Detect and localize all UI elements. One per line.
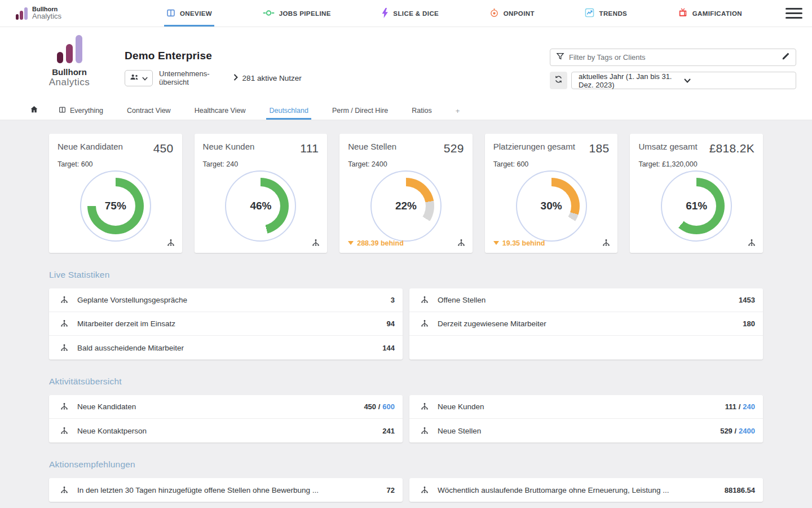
section-title-aktivitaetsuebersicht: Aktivitätsübersicht	[49, 376, 763, 387]
dashboard-header: Bullhorn Analytics Demo Enterprise Unter…	[0, 27, 812, 102]
card-value: 111	[300, 142, 319, 155]
card-value: 529	[444, 142, 464, 155]
kpi-card-umsatz[interactable]: Umsatz gesamt £818.2K Target: £1,320,000…	[630, 134, 763, 253]
nav-item-slice-dice[interactable]: SLICE & DICE	[381, 0, 439, 27]
stat-row-bald-ausscheidende[interactable]: Bald ausscheidende Mitarbeiter 144	[49, 336, 403, 360]
active-users-link[interactable]: 281 aktive Nutzer	[233, 74, 302, 82]
drill-down-icon[interactable]	[602, 238, 611, 248]
drill-down-icon[interactable]	[60, 343, 69, 353]
scope-label: Unternehmens- übersicht	[159, 69, 210, 86]
nav-item-onpoint[interactable]: ONPOINT	[489, 0, 535, 27]
card-value: £818.2K	[709, 142, 754, 155]
bullhorn-logo-icon	[16, 7, 28, 20]
stat-row-neue-kontaktperson[interactable]: Neue Kontaktperson 241	[49, 419, 403, 443]
drill-down-icon[interactable]	[60, 402, 69, 411]
stat-row-neue-kunden[interactable]: Neue Kunden 111 / 240	[409, 395, 763, 419]
card-target: Target: 600	[493, 160, 610, 168]
home-tab[interactable]	[21, 102, 47, 120]
oneview-icon	[166, 8, 175, 19]
progress-gauge: 75%	[80, 170, 151, 242]
drill-down-icon[interactable]	[60, 319, 69, 329]
target-value: 240	[743, 402, 755, 411]
drill-down-icon[interactable]	[420, 319, 429, 329]
tab-healthcare-view[interactable]: Healthcare View	[183, 102, 258, 120]
progress-gauge: 61%	[661, 170, 732, 242]
tab-perm-direct-hire[interactable]: Perm / Direct Hire	[320, 102, 400, 120]
trend-chart-icon	[585, 8, 594, 19]
gauge-percent: 30%	[532, 186, 571, 226]
page-title: Demo Enterprise	[125, 50, 302, 62]
drill-down-icon[interactable]	[420, 402, 429, 411]
drill-down-icon[interactable]	[60, 295, 69, 305]
pencil-icon[interactable]	[782, 52, 790, 63]
nav-items: ONEVIEW JOBS PIPELINE SLICE & DICE ONPOI…	[113, 0, 776, 27]
kpi-card-neue-stellen[interactable]: Neue Stellen 529 Target: 2400 22% 288.39…	[339, 134, 473, 253]
card-target: Target: £1,320,000	[638, 160, 754, 168]
period-select[interactable]: aktuelles Jahr (1. Jan bis 31. Dez. 2023…	[571, 72, 796, 89]
drill-down-icon[interactable]	[60, 485, 69, 495]
section-title-aktionsempfehlungen: Aktionsempfehlungen	[49, 459, 763, 470]
filter-input[interactable]	[569, 53, 777, 62]
kpi-card-platzierungen[interactable]: Platzierungen gesamt 185 Target: 600 30%…	[485, 134, 618, 253]
card-target: Target: 240	[203, 160, 319, 168]
brand-sub: Analytics	[32, 12, 61, 20]
kpi-cards-row: Neue Kandidaten 450 Target: 600 75% Neue…	[49, 134, 763, 253]
kpi-card-neue-kunden[interactable]: Neue Kunden 111 Target: 240 46%	[195, 134, 328, 253]
stat-row-neue-stellen[interactable]: Neue Stellen 529 / 2400	[409, 419, 763, 443]
section-title-live-statistiken: Live Statistiken	[49, 270, 763, 280]
stat-row-mitarbeiter-im-einsatz[interactable]: Mitarbeiter derzeit im Einsatz 94	[49, 312, 403, 336]
kpi-card-neue-kandidaten[interactable]: Neue Kandidaten 450 Target: 600 75%	[49, 134, 182, 253]
actions-right-panel: Wöchentlich auslaufende Bruttomarge ohne…	[409, 478, 763, 502]
stat-row-offene-stellen[interactable]: Offene Stellen 1453	[409, 288, 763, 312]
stat-row-auslaufende-bruttomarge[interactable]: Wöchentlich auslaufende Bruttomarge ohne…	[409, 478, 763, 502]
stat-row-derzeit-zugewiesene[interactable]: Derzeit zugewiesene Mitarbeiter 180	[409, 312, 763, 336]
card-title: Neue Stellen	[348, 142, 396, 151]
progress-gauge: 46%	[225, 170, 296, 242]
bar-chart-logo-icon	[44, 34, 95, 63]
tab-contract-view[interactable]: Contract View	[115, 102, 183, 120]
drill-down-icon[interactable]	[747, 238, 756, 248]
drill-down-icon[interactable]	[420, 426, 429, 436]
drill-down-icon[interactable]	[420, 295, 429, 305]
card-title: Neue Kunden	[203, 142, 255, 151]
card-title: Neue Kandidaten	[58, 142, 123, 151]
drill-down-icon[interactable]	[166, 238, 175, 248]
nav-item-gamification[interactable]: GAMIFICATION	[678, 0, 742, 27]
refresh-button[interactable]	[550, 72, 567, 89]
drill-down-icon[interactable]	[60, 426, 69, 436]
triangle-down-icon	[493, 241, 499, 245]
tv-icon	[678, 8, 688, 19]
drill-down-icon[interactable]	[457, 238, 466, 248]
menu-icon[interactable]	[776, 0, 812, 27]
drill-down-icon[interactable]	[311, 238, 320, 248]
lightning-icon	[381, 8, 389, 19]
target-value: 600	[382, 402, 395, 411]
live-stats-left-panel: Geplante Vorstellungsgespräche 3 Mitarbe…	[49, 288, 403, 360]
nav-item-oneview[interactable]: ONEVIEW	[166, 0, 212, 27]
drill-down-icon[interactable]	[420, 485, 429, 495]
nav-item-jobs-pipeline[interactable]: JOBS PIPELINE	[263, 0, 331, 27]
gauge-percent: 46%	[241, 186, 280, 226]
scope-dropdown-button[interactable]	[125, 70, 153, 86]
pipeline-icon	[263, 9, 275, 18]
progress-gauge: 30%	[516, 170, 587, 242]
tab-ratios[interactable]: Ratios	[400, 102, 443, 120]
chevron-right-icon	[233, 74, 238, 82]
app-brand[interactable]: Bullhorn Analytics	[0, 0, 113, 27]
tab-everything[interactable]: Everything	[47, 102, 115, 120]
activity-left-panel: Neue Kandidaten 450 / 600 Neue Kontaktpe…	[49, 395, 403, 443]
bullhorn-analytics-logo: Bullhorn Analytics	[44, 34, 95, 88]
people-icon	[130, 73, 139, 83]
progress-gauge: 22%	[370, 170, 442, 242]
stat-row-neue-kandidaten[interactable]: Neue Kandidaten 450 / 600	[49, 395, 403, 419]
stat-row-offene-stellen-ohne-bewerbung[interactable]: In den letzten 30 Tagen hinzugefügte off…	[49, 478, 403, 502]
chevron-down-icon	[684, 76, 789, 85]
card-target: Target: 2400	[348, 160, 464, 168]
funnel-icon	[556, 52, 564, 63]
tab-deutschland[interactable]: Deutschland	[257, 102, 320, 120]
add-tab-button[interactable]: +	[444, 102, 472, 120]
nav-item-trends[interactable]: TRENDS	[585, 0, 627, 27]
stat-row-geplante-vorstellungsgespraeche[interactable]: Geplante Vorstellungsgespräche 3	[49, 288, 403, 312]
home-icon	[29, 105, 39, 116]
target-icon	[489, 8, 499, 19]
